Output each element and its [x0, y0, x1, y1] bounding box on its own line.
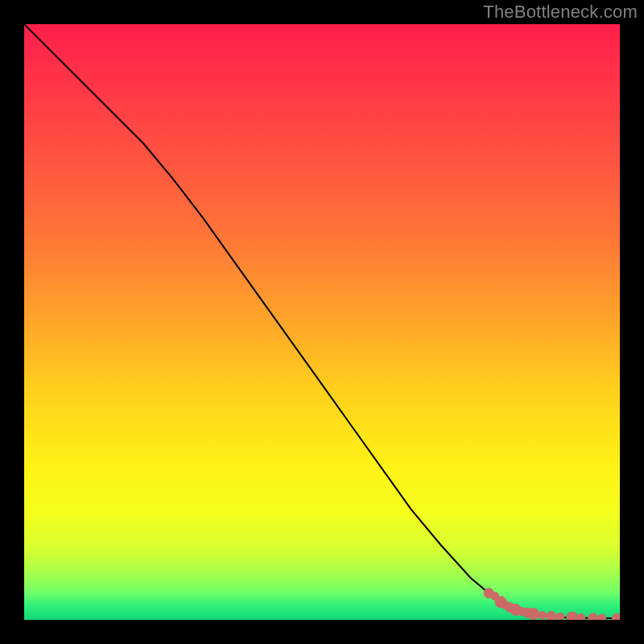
- data-point: [547, 612, 556, 621]
- svg-rect-2: [0, 0, 24, 644]
- watermark-text: TheBottleneck.com: [483, 2, 638, 23]
- data-point: [539, 611, 547, 619]
- data-point: [556, 613, 564, 621]
- data-point: [528, 609, 539, 620]
- chart-container: TheBottleneck.com: [0, 0, 644, 644]
- svg-rect-1: [0, 620, 644, 644]
- bottleneck-chart: [0, 0, 644, 644]
- svg-rect-3: [620, 0, 644, 644]
